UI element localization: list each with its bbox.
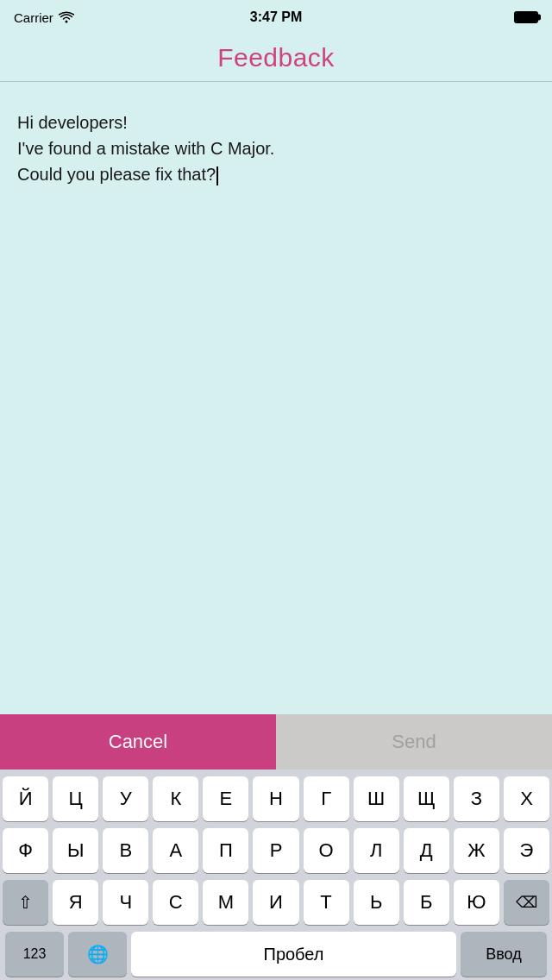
keyboard-row-3: ⇧ЯЧСМИТЬБЮ⌫ [3,880,549,925]
key-Ю[interactable]: Ю [454,880,499,925]
header: Feedback [0,35,552,92]
key-П[interactable]: П [203,828,248,873]
key-И[interactable]: И [253,880,298,925]
header-divider [0,81,552,82]
key-Й[interactable]: Й [3,776,48,821]
key-Х[interactable]: Х [504,776,549,821]
key-Ь[interactable]: Ь [354,880,399,925]
key-Р[interactable]: Р [253,828,298,873]
key-Ф[interactable]: Ф [3,828,48,873]
key-А[interactable]: А [153,828,198,873]
key-Б[interactable]: Б [404,880,449,925]
page-title: Feedback [0,43,552,72]
key-З[interactable]: З [454,776,499,821]
status-bar: Carrier 3:47 PM [0,0,552,35]
key-Ч[interactable]: Ч [103,880,148,925]
status-right [514,11,538,23]
key-Э[interactable]: Э [504,828,549,873]
key-Л[interactable]: Л [354,828,399,873]
key-Я[interactable]: Я [53,880,98,925]
key-Ж[interactable]: Ж [454,828,499,873]
key-М[interactable]: М [203,880,248,925]
keyboard: ЙЦУКЕНГШЩЗХ ФЫВАПРОЛДЖЭ ⇧ЯЧСМИТЬБЮ⌫ 123🌐… [0,770,552,980]
key-Е[interactable]: Е [203,776,248,821]
feedback-text-area[interactable]: Hi developers! I've found a mistake with… [0,92,552,714]
key-К[interactable]: К [153,776,198,821]
key-Д[interactable]: Д [404,828,449,873]
num-key[interactable]: 123 [5,932,64,977]
key-Т[interactable]: Т [304,880,349,925]
shift-key[interactable]: ⇧ [3,880,48,925]
space-key[interactable]: Пробел [131,932,456,977]
carrier-label: Carrier [14,10,53,25]
status-left: Carrier [14,10,74,25]
key-Ы[interactable]: Ы [53,828,98,873]
key-Щ[interactable]: Щ [404,776,449,821]
text-cursor [216,166,218,185]
key-Ц[interactable]: Ц [53,776,98,821]
keyboard-row-1: ЙЦУКЕНГШЩЗХ [3,776,549,821]
battery-icon [514,11,538,23]
feedback-content: Hi developers! I've found a mistake with… [17,110,535,187]
key-В[interactable]: В [103,828,148,873]
action-buttons: Cancel Send [0,714,552,770]
enter-key[interactable]: Ввод [461,932,547,977]
key-Ш[interactable]: Ш [354,776,399,821]
delete-key[interactable]: ⌫ [504,880,549,925]
send-button[interactable]: Send [276,714,552,770]
key-Н[interactable]: Н [253,776,298,821]
key-У[interactable]: У [103,776,148,821]
keyboard-bottom-row: 123🌐ПробелВвод [3,932,549,977]
status-time: 3:47 PM [250,9,302,25]
key-О[interactable]: О [304,828,349,873]
keyboard-row-2: ФЫВАПРОЛДЖЭ [3,828,549,873]
key-С[interactable]: С [153,880,198,925]
svg-point-0 [65,21,67,23]
cancel-button[interactable]: Cancel [0,714,276,770]
key-Г[interactable]: Г [304,776,349,821]
globe-key[interactable]: 🌐 [68,932,127,977]
wifi-icon [59,11,74,23]
